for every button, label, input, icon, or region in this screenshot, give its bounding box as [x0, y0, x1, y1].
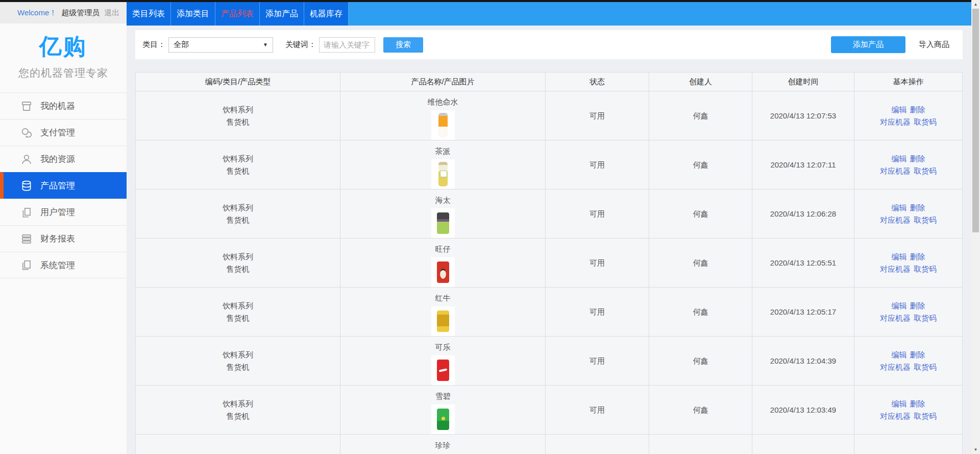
- product-name: 红牛: [435, 292, 451, 304]
- bind-machine-link[interactable]: 对应机器: [880, 166, 911, 175]
- edit-link[interactable]: 编辑: [892, 399, 907, 408]
- product-image: [431, 257, 455, 287]
- import-products-link[interactable]: 导入商品: [919, 40, 949, 50]
- delete-link[interactable]: 删除: [910, 154, 925, 163]
- pickup-code-link[interactable]: 取货码: [914, 166, 937, 175]
- pickup-code-link[interactable]: 取货码: [914, 265, 937, 273]
- col-header: 状态: [546, 73, 649, 91]
- edit-link[interactable]: 编辑: [892, 252, 907, 261]
- logout-link[interactable]: 退出: [104, 8, 119, 18]
- sidebar-item-label: 财务报表: [40, 233, 75, 245]
- scroll-down-icon[interactable]: ▼: [971, 445, 980, 454]
- edit-link[interactable]: 编辑: [892, 154, 907, 163]
- table-row: 饮料系列售货机 雪碧 可用 何鑫 2020/4/13 12:03:49 编辑删除…: [136, 386, 962, 435]
- sidebar-item-label: 我的资源: [40, 153, 75, 165]
- product-name: 茶派: [435, 145, 451, 157]
- table-row: 饮料系列售货机 茶派 可用 何鑫 2020/4/13 12:07:11 编辑删除…: [136, 140, 962, 189]
- sidebar-item-my-resources[interactable]: 我的资源: [0, 146, 127, 172]
- sidebar-item-reports[interactable]: 财务报表: [0, 225, 127, 252]
- row-actions: 编辑删除 对应机器取货码: [854, 189, 962, 238]
- product-image: [431, 159, 455, 189]
- add-product-button[interactable]: 添加产品: [831, 36, 905, 53]
- table-row: 饮料系列售货机 海太 可用 何鑫 2020/4/13 12:06:28 编辑删除…: [136, 189, 962, 238]
- delete-link[interactable]: 删除: [910, 350, 925, 359]
- users-icon: [20, 206, 33, 219]
- bind-machine-link[interactable]: 对应机器: [880, 412, 911, 420]
- tab-category-list[interactable]: 类目列表: [127, 2, 171, 26]
- report-icon: [20, 233, 33, 245]
- product-name: 珍珍: [435, 439, 451, 451]
- delete-link[interactable]: 删除: [910, 252, 925, 261]
- edit-link[interactable]: 编辑: [892, 301, 907, 310]
- bind-machine-link[interactable]: 对应机器: [880, 363, 911, 371]
- tab-machine-stock[interactable]: 机器库存: [304, 2, 349, 26]
- created-cell: 2020/4/13 12:05:51: [752, 238, 854, 288]
- product-image: [431, 355, 455, 385]
- product-image: [431, 208, 455, 238]
- pickup-code-link[interactable]: 取货码: [914, 363, 937, 371]
- delete-link[interactable]: 删除: [910, 105, 925, 114]
- edit-link[interactable]: 编辑: [892, 105, 907, 114]
- creator-cell: 何鑫: [649, 91, 752, 140]
- sidebar-item-my-machines[interactable]: 我的机器: [0, 92, 127, 119]
- category-select[interactable]: 全部 ▼: [168, 37, 273, 53]
- scroll-up-icon[interactable]: ▲: [971, 0, 980, 9]
- product-icon: [20, 180, 33, 192]
- tab-product-list[interactable]: 产品列表: [215, 2, 260, 26]
- table-row: 珍珍: [136, 435, 962, 454]
- status-cell: 可用: [546, 386, 649, 435]
- delete-link[interactable]: 删除: [910, 203, 925, 212]
- created-cell: 2020/4/13 12:05:17: [752, 288, 854, 337]
- bind-machine-link[interactable]: 对应机器: [880, 265, 911, 273]
- edit-link[interactable]: 编辑: [892, 350, 907, 359]
- sidebar-item-payments[interactable]: 支付管理: [0, 119, 127, 146]
- status-cell: 可用: [546, 288, 649, 337]
- product-name: 维他命水: [428, 96, 458, 108]
- delete-link[interactable]: 删除: [910, 399, 925, 408]
- creator-cell: 何鑫: [649, 238, 752, 288]
- product-image: [431, 110, 455, 140]
- pickup-code-link[interactable]: 取货码: [914, 314, 937, 322]
- bind-machine-link[interactable]: 对应机器: [880, 216, 911, 224]
- edit-link[interactable]: 编辑: [892, 203, 907, 212]
- bind-machine-link[interactable]: 对应机器: [880, 117, 911, 126]
- table-row: 饮料系列售货机 红牛 可用 何鑫 2020/4/13 12:05:17 编辑删除…: [136, 288, 962, 337]
- pickup-code-link[interactable]: 取货码: [914, 412, 937, 420]
- sidebar-item-system[interactable]: 系统管理: [0, 252, 127, 278]
- status-cell: 可用: [546, 238, 649, 288]
- row-actions: 编辑删除 对应机器取货码: [854, 91, 962, 140]
- table-row: 饮料系列售货机 可乐 可用 何鑫 2020/4/13 12:04:39 编辑删除…: [136, 337, 962, 386]
- user-bar: Welcome！ 超级管理员 退出: [0, 2, 127, 23]
- row-actions: 编辑删除 对应机器取货码: [854, 140, 962, 189]
- page-scrollbar[interactable]: ▲ ▼: [971, 0, 980, 454]
- sidebar-item-products[interactable]: 产品管理: [0, 172, 127, 199]
- tab-add-product[interactable]: 添加产品: [260, 2, 304, 26]
- search-button[interactable]: 搜索: [383, 37, 423, 53]
- keyword-label: 关键词：: [285, 40, 316, 50]
- resource-icon: [20, 153, 33, 165]
- status-cell: 可用: [546, 189, 649, 238]
- product-name: 雪碧: [435, 390, 451, 402]
- sidebar: Welcome！ 超级管理员 退出 亿购 您的机器管理专家 我的机器 支付管理: [0, 2, 127, 454]
- row-actions: 编辑删除 对应机器取货码: [854, 337, 962, 386]
- keyword-input[interactable]: [319, 37, 375, 53]
- user-role: 超级管理员: [61, 8, 100, 18]
- created-cell: 2020/4/13 12:04:39: [752, 337, 854, 386]
- created-cell: 2020/4/13 12:07:53: [752, 91, 854, 140]
- product-name: 海太: [435, 194, 451, 206]
- tab-add-category[interactable]: 添加类目: [171, 2, 215, 26]
- status-cell: 可用: [546, 140, 649, 189]
- pickup-code-link[interactable]: 取货码: [914, 117, 937, 126]
- bind-machine-link[interactable]: 对应机器: [880, 314, 911, 322]
- sidebar-item-label: 系统管理: [40, 259, 75, 271]
- sidebar-item-users[interactable]: 用户管理: [0, 199, 127, 225]
- app-logo: 亿购: [0, 32, 127, 62]
- creator-cell: 何鑫: [649, 386, 752, 435]
- delete-link[interactable]: 删除: [910, 301, 925, 310]
- scrollbar-thumb[interactable]: [972, 9, 979, 232]
- table-row: 饮料系列售货机 维他命水 可用 何鑫 2020/4/13 12:07:53 编辑…: [136, 91, 962, 140]
- creator-cell: 何鑫: [649, 337, 752, 386]
- pickup-code-link[interactable]: 取货码: [914, 216, 937, 224]
- created-cell: 2020/4/13 12:06:28: [752, 189, 854, 238]
- col-header: 基本操作: [854, 73, 962, 91]
